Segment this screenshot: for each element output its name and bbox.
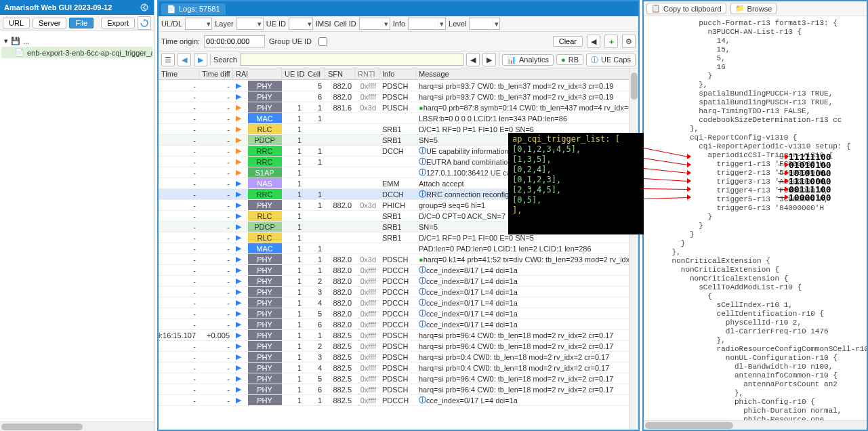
- arrow-in-icon: ▶: [236, 342, 241, 350]
- col-cell-hdr[interactable]: Cell: [305, 68, 325, 79]
- arrow-out-icon: ▶: [236, 146, 241, 155]
- tooltip-overlay: ap_cqi_trigger_list: [ [0,1,2,3,4,5], [1…: [508, 133, 644, 234]
- overlay-line: [0,1,2,3],: [512, 175, 640, 185]
- ueid-combo[interactable]: ▾: [289, 18, 313, 30]
- server-button[interactable]: Server: [33, 18, 66, 28]
- arrow-head-icon: [687, 186, 691, 192]
- folder-icon: 📁: [735, 4, 745, 13]
- group-ue-checkbox[interactable]: [318, 37, 327, 46]
- chevron-down-icon[interactable]: ▾: [493, 20, 500, 28]
- level-combo[interactable]: ▾: [469, 18, 500, 30]
- chevron-down-icon[interactable]: ▾: [306, 20, 312, 28]
- grid-scroll-thumb[interactable]: [631, 73, 638, 100]
- chevron-down-icon[interactable]: ▾: [256, 20, 263, 28]
- col-time-hdr[interactable]: Time: [159, 68, 199, 79]
- search-prev-icon[interactable]: ◀: [466, 53, 480, 66]
- right-scroll-thumb[interactable]: [645, 422, 733, 429]
- ok-icon: ●: [419, 255, 423, 264]
- info-icon: ⓘ: [419, 287, 426, 297]
- layer-combo[interactable]: ▾: [236, 18, 264, 30]
- info-icon: ⓘ: [419, 189, 426, 199]
- copy-label: Copy to clipboard: [663, 5, 722, 13]
- col-ueid-hdr[interactable]: UE ID: [282, 68, 305, 79]
- cellid-combo[interactable]: ▾: [359, 18, 390, 30]
- left-scroll-thumb[interactable]: [1, 424, 83, 430]
- export-button[interactable]: Export: [101, 18, 135, 28]
- browse-button[interactable]: 📁Browse: [730, 3, 777, 14]
- table-row[interactable]: --▶PHY11882.50xffffPDCCHⓘ cce_index=0/17…: [159, 395, 638, 406]
- info-icon: ⓘ: [419, 319, 426, 329]
- col-ran-hdr[interactable]: RAN: [233, 68, 248, 79]
- right-scrollbar-h[interactable]: [644, 420, 867, 430]
- table-row[interactable]: 09:16:15.107+0.005▶PHY11882.50xffffPDSCH…: [159, 330, 638, 341]
- search-input[interactable]: [240, 54, 463, 66]
- col-sfn-hdr[interactable]: SFN: [325, 68, 355, 79]
- columns-icon[interactable]: ☰: [161, 53, 175, 66]
- gear-icon[interactable]: ⚙: [622, 35, 636, 48]
- file-button[interactable]: File: [69, 18, 94, 28]
- logs-tab[interactable]: 📄 Logs: 57581: [161, 3, 226, 15]
- info-icon: ⓘ: [419, 395, 426, 405]
- arrow-in-icon: ▶: [236, 190, 241, 199]
- table-row[interactable]: --▶PHY11882.00xffffPDCCHⓘ cce_index=8/17…: [159, 265, 638, 276]
- rb-button[interactable]: ●RB: [556, 54, 583, 65]
- arrow-in-icon: ▶: [236, 309, 241, 318]
- table-row[interactable]: --▶PHY5882.00xffffPDSCHharq=si prb=93:7 …: [159, 81, 638, 91]
- url-button[interactable]: URL: [3, 18, 30, 28]
- left-scrollbar-h[interactable]: [0, 422, 154, 431]
- rb-label: RB: [569, 56, 579, 64]
- arrow-in-icon: ▶: [236, 331, 241, 340]
- table-row[interactable]: --▶PHY12882.50xffffPDSCHharq=si prb=96:4…: [159, 341, 638, 352]
- overlay-title: ap_cqi_trigger_list: [: [512, 134, 640, 144]
- overlay-line: [2,3,4,5],: [512, 185, 640, 195]
- level-label: Level: [449, 20, 466, 28]
- col-layer-hdr[interactable]: [248, 68, 282, 79]
- search-next-icon[interactable]: ▶: [482, 53, 496, 66]
- table-row[interactable]: --▶PHY14882.00xffffPDCCHⓘ cce_index=0/17…: [159, 297, 638, 308]
- col-rnti-hdr[interactable]: RNTI: [355, 68, 379, 79]
- table-row[interactable]: --▶PHY15882.50xffffPDSCHharq=si prb=96:4…: [159, 373, 638, 384]
- table-row[interactable]: --▶PHY16882.50xffffPDSCHharq=si prb=96:4…: [159, 384, 638, 395]
- chevron-down-icon[interactable]: ▾: [382, 20, 390, 28]
- filter-prev-icon[interactable]: ◀: [587, 35, 600, 48]
- analytics-button[interactable]: 📊Analytics: [502, 54, 554, 66]
- chevron-down-icon[interactable]: ▾: [438, 20, 445, 28]
- table-row[interactable]: --▶MAC11LBSR:b=0 0 0 0 LCID:1 len=343 PA…: [159, 113, 638, 124]
- arrow-in-icon: ▶: [236, 352, 241, 361]
- table-row[interactable]: --▶PHY11882.00x3dPDSCH● harq=0 k1=4 prb=…: [159, 254, 638, 265]
- overlay-line: [0,2,4],: [512, 165, 640, 175]
- refresh-icon[interactable]: [138, 16, 151, 30]
- table-row[interactable]: --▶PHY6882.00xffffPDSCHharq=si prb=93:7 …: [159, 91, 638, 102]
- table-row[interactable]: --▶PHY13882.00xffffPDCCHⓘ cce_index=0/17…: [159, 287, 638, 297]
- table-row[interactable]: --▶PHY14882.50xffffPDSCHharq=si prb=0:4 …: [159, 363, 638, 373]
- table-row[interactable]: --▶MAC11PAD:len=0 PAD:len=0 LCID:1 len=2…: [159, 243, 638, 254]
- tree-file[interactable]: 📄 enb-export-3-enb-6cc-ap-cqi_trigger_ar…: [1, 47, 152, 58]
- col-diff-hdr[interactable]: Time diff: [199, 68, 233, 79]
- arrow-out-icon: ▶: [236, 114, 241, 123]
- info-combo[interactable]: ▾: [408, 18, 446, 30]
- copy-button[interactable]: 📋Copy to clipboard: [646, 3, 726, 14]
- tree-root-label: ...: [23, 37, 29, 45]
- uldl-combo[interactable]: ▾: [185, 18, 212, 30]
- table-row[interactable]: --▶PHY15882.00xffffPDCCHⓘ cce_index=0/17…: [159, 308, 638, 319]
- table-row[interactable]: --▶PHY16882.00xffffPDCCHⓘ cce_index=0/17…: [159, 319, 638, 330]
- nav-prev-icon[interactable]: ◀: [178, 53, 191, 66]
- time-origin-input[interactable]: [204, 35, 265, 47]
- col-info-hdr[interactable]: Info: [379, 68, 416, 79]
- table-row[interactable]: --▶PHY12882.00xffffPDCCHⓘ cce_index=8/17…: [159, 276, 638, 287]
- collapse-left-icon[interactable]: [139, 2, 150, 13]
- add-icon[interactable]: ＋: [604, 35, 618, 48]
- chevron-down-icon[interactable]: ▾: [205, 20, 211, 28]
- table-row[interactable]: --▶PHY13882.50xffffPDSCHharq=si prb=0:4 …: [159, 352, 638, 363]
- code-view[interactable]: pucch-Format-r13 format3-r13: { n3PUCCH-…: [644, 16, 867, 430]
- overlay-close: ],: [512, 205, 640, 216]
- grid-scrollbar-v[interactable]: [629, 68, 638, 430]
- tree-root[interactable]: ▾ 💾 ...: [1, 35, 152, 47]
- clear-button[interactable]: Clear: [553, 36, 583, 47]
- table-row[interactable]: --▶PHY11881.60x3dPUSCH● harq=0 prb=87:8 …: [159, 102, 638, 113]
- uecaps-button[interactable]: ⓘUE Caps: [586, 54, 636, 66]
- col-msg-hdr[interactable]: Message: [416, 68, 638, 79]
- arrow-head-icon: [687, 154, 691, 159]
- nav-next-icon[interactable]: ▶: [194, 53, 207, 66]
- analytics-label: Analytics: [519, 56, 549, 64]
